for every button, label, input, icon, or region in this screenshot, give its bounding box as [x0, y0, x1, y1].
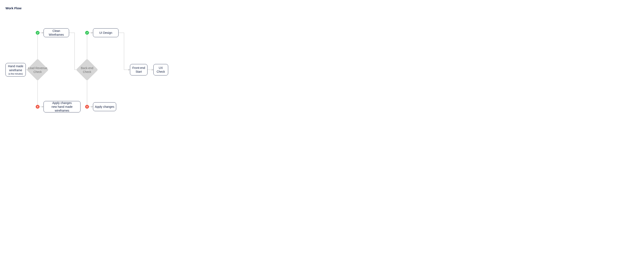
cross-icon	[85, 105, 89, 109]
node-text: wireframe	[9, 68, 22, 72]
node-ux-check: UX Check	[154, 64, 168, 76]
node-apply-changes-1: Apply changes new hand made wireframes	[44, 101, 80, 112]
diagram-title: Work Flow	[6, 6, 22, 10]
check-icon	[36, 31, 40, 35]
node-text: Apply changes	[95, 105, 114, 109]
node-text: UX	[159, 66, 163, 70]
decision-backend-check	[76, 59, 98, 81]
workflow-diagram: Work Flow	[0, 0, 322, 130]
node-ui-design: UI Design	[93, 28, 118, 37]
node-apply-changes-2: Apply changes	[93, 102, 116, 111]
decision-lead-revenue-check	[26, 59, 49, 81]
node-handmade-wireframe: Hand made wireframe (a few minutes)	[6, 63, 26, 76]
node-text: UI Design	[99, 31, 112, 35]
node-text: new hand made wireframes	[46, 105, 78, 112]
node-text: Start	[136, 70, 142, 74]
node-text: Check	[156, 70, 165, 74]
node-text: Hand made	[8, 64, 23, 68]
node-text: Front-end	[132, 66, 145, 70]
node-clean-wireframes: Clean Wireframes	[44, 28, 69, 37]
node-subtext: (a few minutes)	[8, 72, 23, 75]
node-text: Clean Wireframes	[46, 29, 67, 36]
node-frontend-start: Front-end Start	[130, 64, 148, 76]
node-text: Apply changes	[52, 101, 72, 105]
check-icon	[85, 31, 89, 35]
cross-icon	[36, 105, 40, 109]
